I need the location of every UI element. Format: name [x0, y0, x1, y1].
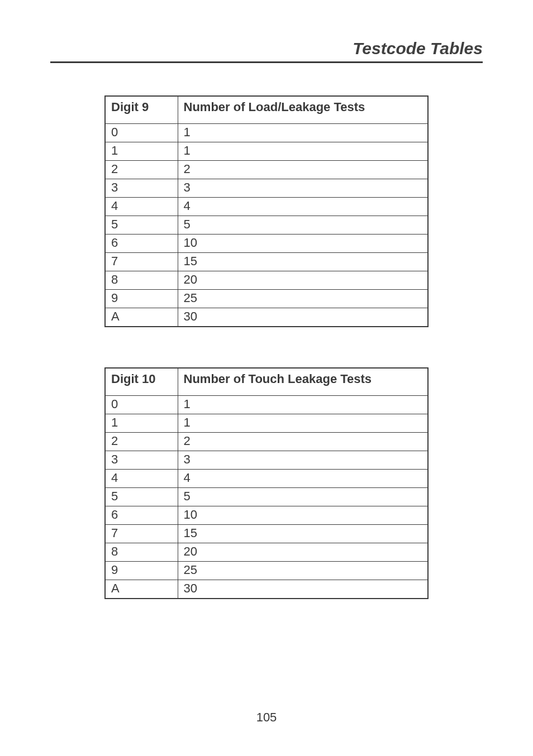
table-row: A30 [105, 308, 428, 327]
table-row: 22 [105, 161, 428, 179]
table-row: 715 [105, 253, 428, 271]
cell-value: 1 [178, 142, 428, 161]
table-row: 44 [105, 470, 428, 488]
page: Testcode Tables Digit 9 Number of Load/L… [0, 0, 533, 756]
cell-digit: 2 [105, 161, 178, 179]
cell-digit: 6 [105, 235, 178, 253]
cell-value: 25 [178, 290, 428, 308]
cell-value: 10 [178, 506, 428, 525]
cell-digit: 8 [105, 543, 178, 562]
cell-digit: 1 [105, 142, 178, 161]
cell-digit: 7 [105, 253, 178, 271]
cell-digit: 9 [105, 290, 178, 308]
cell-digit: 4 [105, 198, 178, 216]
cell-value: 30 [178, 580, 428, 599]
cell-digit: 3 [105, 451, 178, 470]
table-row: A30 [105, 580, 428, 599]
cell-digit: 9 [105, 562, 178, 580]
cell-digit: 5 [105, 488, 178, 506]
cell-digit: A [105, 580, 178, 599]
cell-value: 30 [178, 308, 428, 327]
cell-digit: 4 [105, 470, 178, 488]
table-row: 01 [105, 124, 428, 142]
table-row: 11 [105, 142, 428, 161]
cell-digit: 3 [105, 179, 178, 198]
table-row: 610 [105, 235, 428, 253]
table-row: 925 [105, 562, 428, 580]
table-row: 33 [105, 451, 428, 470]
cell-value: 2 [178, 433, 428, 451]
cell-value: 2 [178, 161, 428, 179]
cell-value: 20 [178, 271, 428, 290]
cell-digit: 0 [105, 396, 178, 414]
cell-value: 10 [178, 235, 428, 253]
cell-value: 4 [178, 470, 428, 488]
cell-value: 5 [178, 216, 428, 235]
cell-value: 5 [178, 488, 428, 506]
table-row: 01 [105, 396, 428, 414]
cell-digit: 1 [105, 414, 178, 433]
table-row: 33 [105, 179, 428, 198]
table-row: 925 [105, 290, 428, 308]
col-header-value: Number of Touch Leakage Tests [178, 368, 428, 396]
tables-container: Digit 9 Number of Load/Leakage Tests 01 … [50, 95, 483, 599]
table-row: 55 [105, 216, 428, 235]
cell-value: 1 [178, 124, 428, 142]
table-row: 820 [105, 543, 428, 562]
table-row: 44 [105, 198, 428, 216]
cell-digit: 8 [105, 271, 178, 290]
cell-digit: 0 [105, 124, 178, 142]
table-digit-9: Digit 9 Number of Load/Leakage Tests 01 … [104, 95, 429, 327]
page-title: Testcode Tables [50, 39, 483, 61]
header-divider [50, 61, 483, 63]
table-header-row: Digit 9 Number of Load/Leakage Tests [105, 96, 428, 124]
cell-value: 20 [178, 543, 428, 562]
col-header-digit: Digit 10 [105, 368, 178, 396]
cell-value: 1 [178, 414, 428, 433]
col-header-digit: Digit 9 [105, 96, 178, 124]
cell-value: 1 [178, 396, 428, 414]
cell-value: 4 [178, 198, 428, 216]
table-row: 820 [105, 271, 428, 290]
table-header-row: Digit 10 Number of Touch Leakage Tests [105, 368, 428, 396]
table-row: 55 [105, 488, 428, 506]
col-header-value: Number of Load/Leakage Tests [178, 96, 428, 124]
cell-value: 3 [178, 451, 428, 470]
cell-digit: 7 [105, 525, 178, 543]
cell-digit: 2 [105, 433, 178, 451]
cell-value: 15 [178, 253, 428, 271]
table-row: 715 [105, 525, 428, 543]
table-row: 22 [105, 433, 428, 451]
cell-value: 3 [178, 179, 428, 198]
page-number: 105 [0, 710, 533, 725]
cell-value: 15 [178, 525, 428, 543]
table-row: 610 [105, 506, 428, 525]
table-digit-10: Digit 10 Number of Touch Leakage Tests 0… [104, 367, 429, 599]
cell-digit: 5 [105, 216, 178, 235]
cell-value: 25 [178, 562, 428, 580]
cell-digit: 6 [105, 506, 178, 525]
table-row: 11 [105, 414, 428, 433]
cell-digit: A [105, 308, 178, 327]
